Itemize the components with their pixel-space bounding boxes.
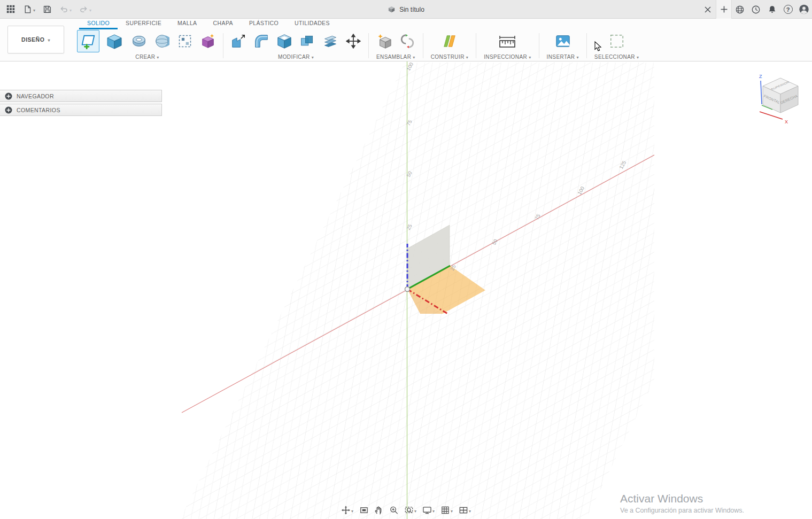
clock-icon [751,5,761,14]
panel-navegador[interactable]: NAVEGADOR [0,90,162,102]
viewcube[interactable]: SUPERIOR FRONTAL DERECHA Z X [752,71,806,130]
create-sketch-button[interactable] [77,30,99,52]
document-cube-icon [388,5,396,13]
origin-point[interactable] [405,287,410,292]
panel-comentarios-label: COMENTARIOS [17,107,60,113]
shell-button[interactable] [275,32,294,51]
joint-button[interactable] [398,32,417,51]
viewport[interactable]: 25 50 75 100 25 50 75 100 125 NAVEGADOR … [0,61,812,519]
group-modificar: MODIFICAR [223,29,368,61]
group-label-inspeccionar[interactable]: INSPECCIONAR [482,52,533,61]
undo-button[interactable] [57,3,74,16]
measure-icon [499,33,516,50]
revolve-icon [131,33,147,49]
group-label-crear[interactable]: CREAR [77,52,218,61]
apps-grid-button[interactable] [3,2,18,16]
tab-solido[interactable]: SOLIDO [79,20,118,29]
group-seleccionar: SELECCIONAR [587,29,647,61]
expand-bubble-icon [5,106,12,114]
save-button[interactable] [40,3,55,16]
pattern-button[interactable] [175,32,195,51]
file-icon [23,5,32,14]
tab-utilidades[interactable]: UTILIDADES [287,20,338,29]
group-label-seleccionar[interactable]: SELECCIONAR [592,52,641,61]
press-pull-button[interactable] [229,32,248,51]
group-label-ensamblar[interactable]: ENSAMBLAR [374,52,417,61]
save-icon [43,5,52,14]
panel-navegador-label: NAVEGADOR [17,93,54,99]
split-face-icon [323,34,338,49]
fusion-window: Sin título ? [0,0,812,519]
viewcube-z-label: Z [759,74,762,79]
tab-malla[interactable]: MALLA [169,20,205,29]
help-button[interactable]: ? [780,0,796,19]
move-copy-icon [346,34,361,49]
grid-settings-button[interactable] [438,504,455,516]
profile-button[interactable] [796,0,812,19]
construction-plane-button[interactable] [440,32,459,51]
expand-bubble-icon [5,92,12,100]
measure-button[interactable] [498,32,517,51]
viewports-button[interactable] [457,504,473,516]
box-button[interactable] [103,30,126,52]
viewports-icon [459,506,468,515]
group-construir: CONSTRUIR [423,29,476,61]
group-crear: CREAR [72,29,223,61]
close-document-button[interactable] [700,0,716,19]
extensions-button[interactable] [732,0,748,19]
move-copy-button[interactable] [344,32,363,51]
sphere-icon [154,34,169,49]
globe-icon [735,5,745,14]
help-icon: ? [784,5,793,14]
close-icon [705,6,711,13]
file-menu-button[interactable] [20,3,38,16]
fit-icon [404,506,413,515]
redo-button[interactable] [76,3,94,16]
document-title: Sin título [399,6,424,13]
fillet-icon [253,33,269,49]
left-panels: NAVEGADOR COMENTARIOS [0,90,162,118]
job-status-button[interactable] [748,0,764,19]
design-menu-button[interactable]: DISEÑO [7,26,64,53]
new-component-button[interactable] [375,32,394,51]
zoom-button[interactable] [387,504,400,516]
tab-plastico[interactable]: PLÁSTICO [241,20,287,29]
combine-button[interactable] [298,32,317,51]
pattern-icon [177,34,192,49]
apps-grid-icon [6,4,16,14]
redo-icon [79,5,88,14]
display-settings-button[interactable] [420,504,437,516]
look-at-button[interactable] [357,504,370,516]
document-tab[interactable]: Sin título [388,5,424,13]
look-at-icon [359,506,368,515]
primitive-icon [200,33,216,49]
panel-comentarios[interactable]: COMENTARIOS [0,104,162,116]
design-menu-caret [48,36,50,43]
sphere-button[interactable] [152,32,172,51]
fillet-button[interactable] [252,32,271,51]
primitive-button[interactable] [198,32,218,51]
undo-caret [69,5,72,13]
viewport-scene[interactable]: 25 50 75 100 25 50 75 100 125 [0,61,812,519]
group-label-construir[interactable]: CONSTRUIR [429,52,470,61]
design-menu-label: DISEÑO [21,36,44,43]
viewcube-x-axis [760,112,783,119]
group-label-modificar[interactable]: MODIFICAR [229,52,363,61]
split-face-button[interactable] [321,32,340,51]
viewcube-x-label: X [785,119,788,125]
shell-icon [276,33,292,49]
new-document-tab-button[interactable] [716,0,732,19]
pan-button[interactable] [372,504,385,516]
tab-superficie[interactable]: SUPERFICIE [118,20,169,29]
insert-image-button[interactable] [553,32,573,51]
display-settings-icon [422,506,431,515]
revolve-button[interactable] [129,32,149,51]
orbit-button[interactable] [339,504,355,516]
select-button[interactable] [607,32,627,51]
notifications-button[interactable] [764,0,780,19]
tab-chapa[interactable]: CHAPA [205,20,241,29]
group-label-insertar[interactable]: INSERTAR [545,52,581,61]
fit-button[interactable] [402,504,419,516]
grid-settings-icon [440,506,450,515]
navigation-bar [339,504,473,516]
